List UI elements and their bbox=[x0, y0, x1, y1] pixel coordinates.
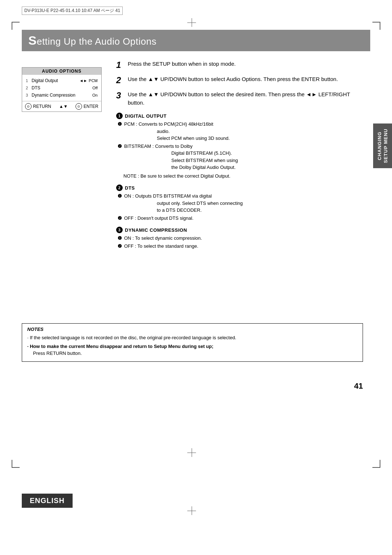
english-badge: ENGLISH bbox=[22, 494, 73, 508]
notes-box: NOTES · If the selected language is not … bbox=[22, 323, 363, 362]
item-num-2: 2 bbox=[26, 86, 32, 90]
sidebar-line2: SETUP MENU bbox=[383, 129, 388, 163]
notes-text-1: If the selected language is not recorded… bbox=[30, 335, 236, 340]
sidebar-label: CHANGING SETUP MENU bbox=[373, 123, 392, 168]
sub-line-bs-1: Digital BITSTREAM (5.1CH). bbox=[124, 150, 232, 157]
sub-item-dts-on: ❶ ON : Outputs DTS BITSTREAM via digital… bbox=[116, 193, 363, 214]
corner-bracket-tr bbox=[372, 22, 380, 30]
sidebar-line1: CHANGING bbox=[377, 131, 382, 160]
notes-item-2: · How to make the current Menu disappear… bbox=[27, 343, 358, 357]
left-panel: AUDIO OPTIONS 1 Digital Output ◄► PCM 2 … bbox=[22, 67, 109, 112]
detail-dynamic-compression: 3 DYNAMIC COMPRESSION ❶ ON : To select d… bbox=[116, 227, 363, 250]
detail-digital-output: 1 DIGITAL OUTPUT ❶ PCM : Converts to PCM… bbox=[116, 113, 363, 179]
sub-item-pcm: ❶ PCM : Converts to PCM(2CH) 48kHz/16bit… bbox=[116, 121, 363, 142]
step-num-1: 1 bbox=[116, 61, 124, 69]
sub-line-pcm-1: audio. bbox=[124, 128, 170, 135]
step-3: 3 Use the ▲▼ UP/DOWN button to select th… bbox=[116, 90, 363, 107]
list-item: 3 Dynamic Compression On bbox=[26, 92, 98, 99]
step-1: 1 Press the SETUP button when in stop mo… bbox=[116, 60, 363, 69]
step-2: 2 Use the ▲▼ UP/DOWN button to select Au… bbox=[116, 75, 363, 85]
page-title: Setting Up the Audio Options bbox=[28, 33, 364, 48]
sub-item-dc-on: ❶ ON : To select dynamic compression. bbox=[116, 235, 363, 242]
sub-content-dc-off: OFF : To select the standard range. bbox=[124, 243, 363, 250]
sub-content-dts-on: ON : Outputs DTS BITSTREAM via digital o… bbox=[124, 193, 363, 214]
detail-num-3: 3 bbox=[116, 227, 123, 233]
sub-main-dts-on: ON : Outputs DTS BITSTREAM via digital bbox=[124, 193, 212, 199]
corner-bracket-br bbox=[372, 460, 380, 468]
sub-content-bitstream: BITSTREAM : Converts to Dolby Digital BI… bbox=[124, 143, 363, 171]
sub-num-dts-on: ❶ bbox=[118, 193, 123, 214]
detail-dts: 2 DTS ❶ ON : Outputs DTS BITSTREAM via d… bbox=[116, 185, 363, 222]
sub-num-bitstream: ❷ bbox=[118, 143, 123, 171]
sub-content-pcm: PCM : Converts to PCM(2CH) 48kHz/16bit a… bbox=[124, 121, 363, 142]
detail-title-3: DYNAMIC COMPRESSION bbox=[125, 227, 187, 233]
sub-line-bs-2: Select BITSTREAM when using bbox=[124, 157, 238, 164]
menu-box-header: AUDIO OPTIONS bbox=[22, 68, 101, 75]
item-name-2: DTS bbox=[32, 85, 91, 90]
item-value-3: On bbox=[92, 93, 98, 97]
sub-line-dts-2: to a DTS DECODER. bbox=[124, 207, 202, 214]
item-num-1: 1 bbox=[26, 78, 32, 83]
detail-num-1: 1 bbox=[116, 113, 123, 119]
sub-line-bs-3: the Dolby Digital Audio Output. bbox=[124, 164, 236, 171]
enter-label: ENTER bbox=[83, 104, 98, 109]
doc-reference: DV-P313U-E P22-45 01.4.10 10:47 AM ページ 4… bbox=[22, 7, 123, 15]
step-text-2: Use the ▲▼ UP/DOWN button to select Audi… bbox=[128, 75, 338, 84]
sub-item-dts-off: ❷ OFF : Doesn't output DTS signal. bbox=[116, 215, 363, 222]
step-text-3: Use the ▲▼ UP/DOWN button to select the … bbox=[128, 90, 363, 107]
enter-button: ⊙ ENTER bbox=[75, 103, 98, 110]
notes-item-1: · If the selected language is not record… bbox=[27, 334, 358, 341]
item-name-1: Digital Output bbox=[32, 78, 79, 83]
sub-num-dc-on: ❶ bbox=[118, 235, 123, 242]
nav-arrows: ▲▼ bbox=[59, 104, 68, 109]
corner-bracket-bl bbox=[12, 460, 20, 468]
detail-heading-2: 2 DTS bbox=[116, 185, 363, 191]
sub-main-dc-on: ON : To select dynamic compression. bbox=[124, 235, 202, 241]
step-text-1: Press the SETUP button when in stop mode… bbox=[128, 60, 236, 68]
sub-line-pcm-2: Select PCM when using 3D sound. bbox=[124, 135, 230, 142]
right-panel: 1 Press the SETUP button when in stop mo… bbox=[116, 60, 363, 255]
title-rest: etting Up the Audio Options bbox=[37, 36, 156, 47]
return-label: RETURN bbox=[33, 104, 51, 109]
enter-icon: ⊙ bbox=[75, 103, 82, 110]
menu-box: AUDIO OPTIONS 1 Digital Output ◄► PCM 2 … bbox=[22, 67, 102, 112]
item-name-3: Dynamic Compression bbox=[32, 93, 91, 98]
return-button: ⊙ RETURN bbox=[25, 103, 51, 110]
sub-main-dts-off: OFF : Doesn't output DTS signal. bbox=[124, 215, 193, 221]
corner-bracket-tl bbox=[12, 22, 20, 30]
sub-main-pcm: PCM : Converts to PCM(2CH) 48kHz/16bit bbox=[124, 121, 213, 127]
note-digital: NOTE : Be sure to select the correct Dig… bbox=[116, 173, 363, 180]
sub-content-dts-off: OFF : Doesn't output DTS signal. bbox=[124, 215, 363, 222]
crosshair-top bbox=[187, 18, 196, 27]
item-num-3: 3 bbox=[26, 93, 32, 97]
detail-title-2: DTS bbox=[125, 185, 135, 191]
main-content: AUDIO OPTIONS 1 Digital Output ◄► PCM 2 … bbox=[22, 60, 363, 482]
notes-text-2-bold: How to make the current Menu disappear a… bbox=[30, 344, 213, 349]
sub-num-pcm: ❶ bbox=[118, 121, 123, 142]
sub-item-dc-off: ❷ OFF : To select the standard range. bbox=[116, 243, 363, 250]
detail-heading-3: 3 DYNAMIC COMPRESSION bbox=[116, 227, 363, 233]
notes-text-2-sub: Press RETURN button. bbox=[27, 350, 358, 357]
detail-title-1: DIGITAL OUTPUT bbox=[125, 113, 167, 119]
step-num-2: 2 bbox=[116, 76, 124, 85]
item-value-1: PCM bbox=[89, 78, 98, 83]
detail-num-2: 2 bbox=[116, 185, 123, 191]
sub-num-dts-off: ❷ bbox=[118, 215, 123, 222]
menu-box-footer: ⊙ RETURN ▲▼ ⊙ ENTER bbox=[22, 101, 101, 112]
notes-section: NOTES · If the selected language is not … bbox=[22, 323, 363, 362]
crosshair-bottom-page bbox=[187, 506, 196, 515]
page-title-bar: Setting Up the Audio Options bbox=[22, 30, 370, 51]
page-number: 41 bbox=[354, 381, 363, 391]
list-item: 2 DTS Off bbox=[26, 84, 98, 92]
sub-main-dc-off: OFF : To select the standard range. bbox=[124, 243, 198, 249]
item-arrow-1: ◄► bbox=[79, 78, 87, 83]
return-icon: ⊙ bbox=[25, 103, 32, 110]
item-value-2: Off bbox=[93, 86, 98, 90]
menu-box-items: 1 Digital Output ◄► PCM 2 DTS Off 3 Dyna… bbox=[22, 75, 101, 101]
sub-main-bitstream: BITSTREAM : Converts to Dolby bbox=[124, 143, 193, 149]
sub-num-dc-off: ❷ bbox=[118, 243, 123, 250]
sub-item-bitstream: ❷ BITSTREAM : Converts to Dolby Digital … bbox=[116, 143, 363, 171]
step-num-3: 3 bbox=[116, 91, 124, 100]
list-item: 1 Digital Output ◄► PCM bbox=[26, 77, 98, 84]
sub-content-dc-on: ON : To select dynamic compression. bbox=[124, 235, 363, 242]
